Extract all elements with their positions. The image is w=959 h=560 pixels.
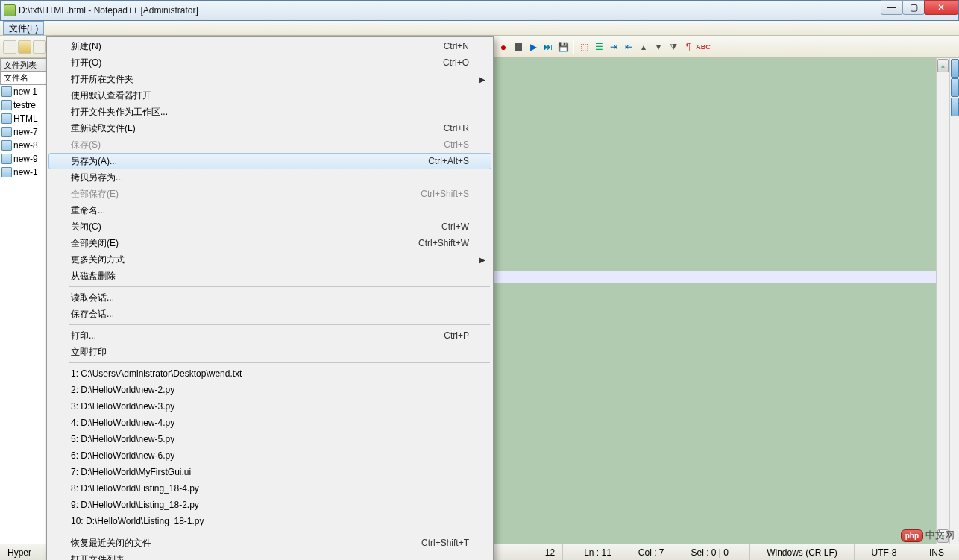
watermark-badge: php xyxy=(901,529,923,542)
menu-item-open-default-viewer[interactable]: 使用默认查看器打开 xyxy=(48,87,491,104)
menu-item-label: 打印... xyxy=(71,330,444,342)
toolbar-outdent-icon[interactable]: ⇤ xyxy=(622,40,635,54)
change-marker[interactable] xyxy=(951,78,959,97)
toolbar-save-icon[interactable] xyxy=(33,40,46,54)
menu-item-recent-file[interactable]: 3: D:\HelloWorld\new-3.py xyxy=(48,398,491,415)
file-name: new-8 xyxy=(13,140,38,151)
file-icon xyxy=(1,127,12,137)
toolbar-separator xyxy=(573,40,574,54)
menu-item-open[interactable]: 打开(O)Ctrl+O xyxy=(48,54,491,71)
menu-item-recent-file[interactable]: 1: C:\Users\Administrator\Desktop\wend.t… xyxy=(48,365,491,382)
status-column: Col : 7 xyxy=(625,544,678,560)
macro-stop-icon[interactable] xyxy=(512,40,525,54)
file-name: new-7 xyxy=(13,127,38,137)
file-list-item[interactable]: HTML xyxy=(0,112,47,125)
menu-item-shortcut: Ctrl+W xyxy=(441,221,469,232)
macro-play-icon[interactable]: ▶ xyxy=(526,40,540,54)
menu-item-recent-file[interactable]: 5: D:\HelloWorld\new-5.py xyxy=(48,431,491,447)
file-list-item[interactable]: new-8 xyxy=(0,139,47,152)
menu-item-shortcut: Ctrl+P xyxy=(444,330,469,341)
toolbar-collapse-icon[interactable]: ▴ xyxy=(637,40,650,54)
toolbar-list-icon[interactable]: ☰ xyxy=(592,40,606,54)
file-icon xyxy=(1,154,12,164)
menu-item-recent-file[interactable]: 4: D:\HelloWorld\new-4.py xyxy=(48,415,491,431)
menu-item-label: 9: D:\HelloWorld\Listing_18-2.py xyxy=(71,500,469,510)
menu-item-save-all: 全部保存(E)Ctrl+Shift+S xyxy=(48,186,491,202)
close-button[interactable]: ✕ xyxy=(924,0,958,15)
menu-item-label: 从磁盘删除 xyxy=(71,270,469,283)
menu-item-restore-recent[interactable]: 恢复最近关闭的文件Ctrl+Shift+T xyxy=(48,535,491,551)
menu-item-reload[interactable]: 重新读取文件(L)Ctrl+R xyxy=(48,120,491,136)
menu-item-recent-file[interactable]: 7: D:\HelloWorld\MyFirstGui.ui xyxy=(48,464,491,480)
watermark: php 中文网 xyxy=(901,529,955,542)
menu-item-load-session[interactable]: 读取会话... xyxy=(48,289,491,306)
menu-item-save-session[interactable]: 保存会话... xyxy=(48,306,491,322)
minimize-button[interactable]: — xyxy=(881,0,903,15)
toolbar-collapse-all-icon[interactable]: ⧩ xyxy=(667,40,680,54)
menu-item-open-folder-workspace[interactable]: 打开文件夹作为工作区... xyxy=(48,104,491,120)
macro-play-multi-icon[interactable]: ⏭ xyxy=(541,40,555,54)
status-language: Hyper Te xyxy=(0,544,48,560)
menu-item-recent-file[interactable]: 9: D:\HelloWorld\Listing_18-2.py xyxy=(48,497,491,513)
toolbar-expand-icon[interactable]: ▾ xyxy=(652,40,665,54)
menu-item-label: 3: D:\HelloWorld\new-3.py xyxy=(71,401,469,412)
toolbar-func-icon[interactable]: ⬚ xyxy=(577,40,591,54)
file-name: HTML xyxy=(13,113,38,124)
menu-item-close[interactable]: 关闭(C)Ctrl+W xyxy=(48,218,491,235)
menu-item-label: 7: D:\HelloWorld\MyFirstGui.ui xyxy=(71,467,469,477)
file-list-item[interactable]: new 1 xyxy=(0,85,47,98)
menu-item-recent-file[interactable]: 8: D:\HelloWorld\Listing_18-4.py xyxy=(48,480,491,497)
menu-item-rename[interactable]: 重命名... xyxy=(48,202,491,218)
maximize-button[interactable]: ▢ xyxy=(902,0,925,15)
menu-item-open-containing-folder[interactable]: 打开所在文件夹▶ xyxy=(48,71,491,87)
menu-item-delete-from-disk[interactable]: 从磁盘删除 xyxy=(48,268,491,284)
submenu-arrow-icon: ▶ xyxy=(480,256,485,264)
menu-item-recent-file[interactable]: 6: D:\HelloWorld\new-6.py xyxy=(48,447,491,464)
macro-record-icon[interactable]: ● xyxy=(497,40,510,54)
file-list-item[interactable]: new-7 xyxy=(0,125,47,139)
window-controls: — ▢ ✕ xyxy=(881,0,958,15)
menu-item-print-now[interactable]: 立即打印 xyxy=(48,344,491,360)
menu-file[interactable]: 文件(F) xyxy=(3,21,44,35)
titlebar: D:\txt\HTML.html - Notepad++ [Administra… xyxy=(0,0,959,21)
file-list-column-name[interactable]: 文件名 xyxy=(0,72,47,85)
scroll-up-button[interactable]: ▲ xyxy=(937,59,949,72)
menubar: 文件(F) xyxy=(0,21,959,36)
menu-item-label: 恢复最近关闭的文件 xyxy=(71,537,421,550)
file-list-item[interactable]: testre xyxy=(0,98,47,112)
menu-separator xyxy=(69,362,490,363)
toolbar-open-icon[interactable] xyxy=(18,40,31,54)
menu-item-print[interactable]: 打印...Ctrl+P xyxy=(48,327,491,344)
file-list-item[interactable]: new-1 xyxy=(0,166,47,179)
status-encoding[interactable]: UTF-8 xyxy=(855,544,914,560)
menu-item-close-more[interactable]: 更多关闭方式▶ xyxy=(48,251,491,268)
file-icon xyxy=(1,140,12,151)
file-list-item[interactable]: new-9 xyxy=(0,152,47,166)
toolbar-hidden-chars-icon[interactable]: ¶ xyxy=(682,40,695,54)
menu-item-recent-file[interactable]: 10: D:\HelloWorld\Listing_18-1.py xyxy=(48,513,491,529)
menu-item-label: 新建(N) xyxy=(71,40,444,53)
menu-item-new[interactable]: 新建(N)Ctrl+N xyxy=(48,38,491,54)
menu-item-label: 打开文件夹作为工作区... xyxy=(71,106,469,119)
submenu-arrow-icon: ▶ xyxy=(480,75,485,84)
status-insert-mode[interactable]: INS xyxy=(914,544,959,560)
toolbar-new-icon[interactable] xyxy=(3,40,16,54)
menu-item-recent-file[interactable]: 2: D:\HelloWorld\new-2.py xyxy=(48,382,491,398)
file-name: new 1 xyxy=(13,86,37,97)
menu-item-save-copy-as[interactable]: 拷贝另存为... xyxy=(48,169,491,186)
macro-save-icon[interactable]: 💾 xyxy=(556,40,570,54)
menu-item-save-as[interactable]: 另存为(A)...Ctrl+Alt+S xyxy=(48,153,491,169)
change-marker[interactable] xyxy=(951,59,959,78)
menu-item-open-file-list[interactable]: 打开文件列表 xyxy=(48,551,491,560)
file-icon xyxy=(1,113,12,124)
change-marker[interactable] xyxy=(951,98,959,116)
file-name: new-9 xyxy=(13,154,38,164)
status-eol[interactable]: Windows (CR LF) xyxy=(750,544,855,560)
toolbar-indent-icon[interactable]: ⇥ xyxy=(607,40,620,54)
menu-item-close-all[interactable]: 全部关闭(E)Ctrl+Shift+W xyxy=(48,235,491,251)
vertical-scrollbar[interactable]: ▲ ▼ xyxy=(936,58,949,544)
scroll-track[interactable] xyxy=(937,73,949,529)
menu-item-label: 保存(S) xyxy=(71,139,444,151)
menu-item-label: 8: D:\HelloWorld\Listing_18-4.py xyxy=(71,483,469,494)
toolbar-spellcheck-icon[interactable]: ABC xyxy=(697,40,710,54)
